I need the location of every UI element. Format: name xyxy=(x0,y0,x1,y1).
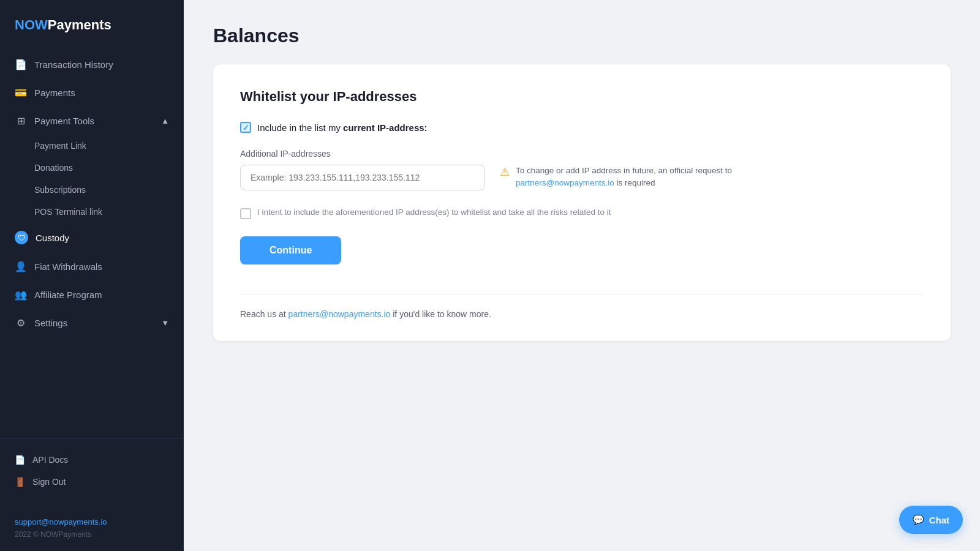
chat-button[interactable]: 💬 Chat xyxy=(899,506,963,534)
sidebar-item-affiliate-program[interactable]: 👥 Affiliate Program xyxy=(0,280,184,309)
brand-now: NOW xyxy=(15,17,48,32)
chat-icon: 💬 xyxy=(913,514,924,525)
ip-address-input[interactable] xyxy=(240,165,485,190)
sidebar-item-label: Fiat Withdrawals xyxy=(34,261,102,272)
payment-tools-icon: ⊞ xyxy=(15,114,27,127)
sidebar-subitem-payment-link[interactable]: Payment Link xyxy=(0,135,184,157)
ip-info-box: ⚠ To change or add IP address in future,… xyxy=(500,165,757,190)
include-ip-bold: current IP-address: xyxy=(343,122,428,133)
sidebar-item-transaction-history[interactable]: 📄 Transaction History xyxy=(0,50,184,78)
ip-input-row: ⚠ To change or add IP address in future,… xyxy=(240,165,924,190)
brand-logo[interactable]: NOWPayments xyxy=(0,0,184,50)
sidebar-subitem-donations[interactable]: Donations xyxy=(0,157,184,179)
sign-out-label: Sign Out xyxy=(32,477,66,487)
settings-arrow: ▼ xyxy=(161,318,169,328)
sidebar-subitem-pos-terminal[interactable]: POS Terminal link xyxy=(0,201,184,223)
main-content: Balances Whitelist your IP-addresses Inc… xyxy=(184,0,980,551)
sidebar-item-sign-out[interactable]: 🚪 Sign Out xyxy=(15,471,169,493)
sidebar-item-label: Custody xyxy=(36,233,69,243)
brand-payments: Payments xyxy=(48,17,111,32)
transaction-history-icon: 📄 xyxy=(15,58,27,70)
sidebar-item-label: Payment Tools xyxy=(34,116,94,126)
sidebar-subitem-label: Payment Link xyxy=(34,141,86,151)
sidebar-item-label: Settings xyxy=(34,318,67,328)
sidebar-item-api-docs[interactable]: 📄 API Docs xyxy=(15,449,169,471)
ip-info-text: To change or add IP address in future, a… xyxy=(516,165,757,190)
sidebar-item-label: Affiliate Program xyxy=(34,290,102,300)
partners-email-link[interactable]: partners@nowpayments.io xyxy=(516,178,614,187)
page-title: Balances xyxy=(213,24,951,47)
settings-icon: ⚙ xyxy=(15,317,27,329)
fiat-withdrawals-icon: 👤 xyxy=(15,260,27,272)
support-email[interactable]: support@nowpayments.io xyxy=(0,508,184,529)
sidebar-subitem-subscriptions[interactable]: Subscriptions xyxy=(0,179,184,201)
api-docs-label: API Docs xyxy=(32,455,68,465)
sidebar-subitem-label: POS Terminal link xyxy=(34,207,102,217)
payment-tools-arrow: ▲ xyxy=(161,116,169,126)
card-heading: Whitelist your IP-addresses xyxy=(240,89,924,105)
footer-email-link[interactable]: partners@nowpayments.io xyxy=(288,309,391,319)
additional-ip-label: Additional IP-addresses xyxy=(240,149,924,159)
consent-checkbox[interactable] xyxy=(240,208,251,219)
sidebar-item-payment-tools[interactable]: ⊞ Payment Tools ▲ xyxy=(0,107,184,135)
affiliate-icon: 👥 xyxy=(15,288,27,301)
whitelist-card: Whitelist your IP-addresses Include in t… xyxy=(213,64,951,341)
sidebar-item-payments[interactable]: 💳 Payments xyxy=(0,78,184,107)
continue-button[interactable]: Continue xyxy=(240,236,341,264)
consent-row: I intent to include the aforementioned I… xyxy=(240,208,924,219)
sidebar: NOWPayments 📄 Transaction History 💳 Paym… xyxy=(0,0,184,551)
consent-text: I intent to include the aforementioned I… xyxy=(257,208,611,217)
chat-label: Chat xyxy=(929,515,949,525)
sidebar-item-custody[interactable]: 🛡 Custody xyxy=(0,223,184,252)
sidebar-bottom-nav: 📄 API Docs 🚪 Sign Out xyxy=(0,438,184,508)
copyright-text: 2022 © NOWPayments xyxy=(0,529,184,551)
sidebar-nav: 📄 Transaction History 💳 Payments ⊞ Payme… xyxy=(0,50,184,438)
card-footer: Reach us at partners@nowpayments.io if y… xyxy=(240,294,924,319)
include-ip-label: Include in the list my current IP-addres… xyxy=(257,122,428,133)
warning-icon: ⚠ xyxy=(500,165,510,179)
sidebar-subitem-label: Donations xyxy=(34,163,73,173)
sign-out-icon: 🚪 xyxy=(15,477,25,487)
sidebar-item-label: Payments xyxy=(34,88,75,98)
sidebar-item-label: Transaction History xyxy=(34,59,113,70)
sidebar-subitem-label: Subscriptions xyxy=(34,185,86,195)
sidebar-item-settings[interactable]: ⚙ Settings ▼ xyxy=(0,309,184,337)
custody-icon: 🛡 xyxy=(15,231,28,244)
include-ip-checkbox[interactable] xyxy=(240,122,251,133)
api-docs-icon: 📄 xyxy=(15,455,25,465)
payments-icon: 💳 xyxy=(15,86,27,99)
sidebar-item-fiat-withdrawals[interactable]: 👤 Fiat Withdrawals xyxy=(0,252,184,280)
include-ip-row: Include in the list my current IP-addres… xyxy=(240,122,924,133)
